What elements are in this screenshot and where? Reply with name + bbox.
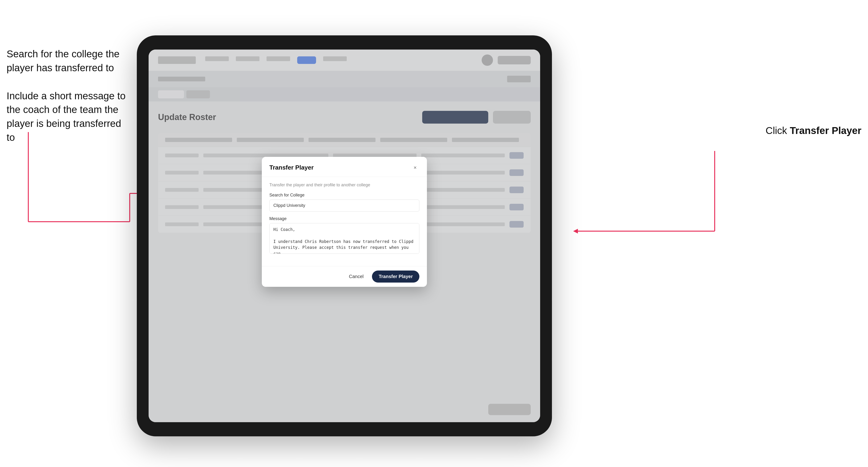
modal-close-button[interactable]: ×	[411, 163, 420, 172]
annotation-right: Click Transfer Player	[766, 125, 861, 136]
modal-subtitle: Transfer the player and their profile to…	[269, 183, 420, 187]
annotation-text-bottom: Include a short message to the coach of …	[7, 89, 129, 145]
transfer-player-modal: Transfer Player × Transfer the player an…	[262, 157, 427, 287]
transfer-player-button[interactable]: Transfer Player	[372, 271, 420, 283]
message-field-group: Message Hi Coach, I understand Chris Rob…	[269, 216, 420, 255]
cancel-button[interactable]: Cancel	[345, 272, 367, 282]
annotation-right-bold: Transfer Player	[790, 125, 861, 136]
annotation-right-text: Click	[766, 125, 790, 136]
svg-marker-7	[573, 229, 578, 234]
annotation-text-top: Search for the college the player has tr…	[7, 47, 129, 75]
college-label: Search for College	[269, 193, 420, 198]
message-textarea[interactable]: Hi Coach, I understand Chris Robertson h…	[269, 223, 420, 254]
modal-header: Transfer Player ×	[262, 157, 427, 177]
modal-title: Transfer Player	[269, 164, 314, 171]
modal-footer: Cancel Transfer Player	[262, 266, 427, 287]
annotation-left: Search for the college the player has tr…	[7, 47, 129, 159]
modal-overlay: Transfer Player × Transfer the player an…	[149, 50, 540, 422]
college-search-input[interactable]	[269, 199, 420, 212]
message-label: Message	[269, 216, 420, 221]
college-field-group: Search for College	[269, 193, 420, 212]
tablet-frame: Update Roster	[137, 35, 552, 436]
close-icon: ×	[414, 165, 417, 171]
tablet-screen: Update Roster	[149, 50, 540, 422]
modal-body: Transfer the player and their profile to…	[262, 177, 427, 266]
